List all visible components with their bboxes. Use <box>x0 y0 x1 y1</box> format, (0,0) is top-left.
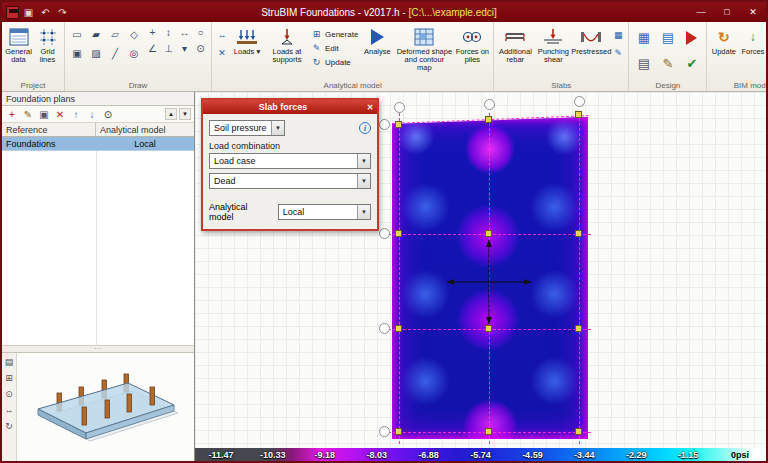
snap-options-icon[interactable]: ▾ <box>177 41 192 56</box>
app-icon[interactable] <box>6 6 19 19</box>
loads-at-supports-button[interactable]: Loads at supports <box>265 25 309 64</box>
design-check-icon[interactable]: ✔ <box>680 51 703 76</box>
red-play-icon <box>686 31 697 45</box>
copy-plan-icon[interactable]: ▣ <box>37 107 51 121</box>
chevron-down-icon[interactable]: ▼ <box>357 174 370 188</box>
delete-icon[interactable]: ✕ <box>215 46 229 60</box>
draw-polygon-icon[interactable]: ◇ <box>125 25 143 43</box>
search-icon[interactable]: ⊙ <box>101 107 115 121</box>
dialog-title: Slab forces <box>203 102 363 112</box>
redo-icon[interactable]: ↷ <box>55 5 70 20</box>
design-views-icon[interactable]: ▦ <box>632 25 655 50</box>
additional-rebar-button[interactable]: Additional rebar <box>497 25 533 64</box>
snap-reference-icon[interactable]: ⊙ <box>193 41 208 56</box>
row-model-value: Local <box>96 137 194 150</box>
design-report-icon[interactable]: ▤ <box>632 51 655 76</box>
pan-icon[interactable]: ↔ <box>3 404 15 416</box>
sort-desc-icon[interactable]: ▼ <box>179 108 191 120</box>
rotate-icon[interactable]: ↻ <box>3 420 15 432</box>
snap-angle-icon[interactable]: ∠ <box>145 41 160 56</box>
save-icon[interactable]: ▣ <box>21 5 36 20</box>
print-icon[interactable]: ▤ <box>3 356 15 368</box>
grid-lines-icon <box>38 26 58 48</box>
pile-marker[interactable] <box>395 121 402 128</box>
preview-3d[interactable]: ▤ ⊞ ⊙ ↔ ↻ <box>2 353 194 461</box>
load-case-select[interactable]: Dead ▼ <box>209 173 371 189</box>
loads-button[interactable]: Loads ▾ <box>231 25 263 56</box>
additional-rebar-label: Additional rebar <box>497 48 533 64</box>
draw-hatch-icon[interactable]: ▨ <box>87 44 105 62</box>
delete-plan-icon[interactable]: ✕ <box>53 107 67 121</box>
snap-perpendicular-icon[interactable]: ⊥ <box>161 41 176 56</box>
analytical-model-select[interactable]: Local ▼ <box>278 204 371 220</box>
bim-update-button[interactable]: ↻ Update <box>710 25 737 56</box>
combination-type-select[interactable]: Load case ▼ <box>209 153 371 169</box>
column-header-reference[interactable]: Reference <box>2 123 96 136</box>
analyse-button[interactable]: Analyse <box>360 25 394 56</box>
update-button[interactable]: ↻Update <box>311 56 358 68</box>
generate-button[interactable]: ⊞Generate <box>311 28 358 40</box>
zoom-extents-icon[interactable]: ⊞ <box>3 372 15 384</box>
table-row[interactable]: Foundations Local <box>2 137 194 151</box>
punching-shear-icon <box>542 26 564 48</box>
punching-shear-button[interactable]: Punching shear <box>535 25 571 64</box>
bim-forces-button[interactable]: ↓ Forces <box>739 25 766 56</box>
sort-asc-icon[interactable]: ▲ <box>165 108 177 120</box>
prestressed-button[interactable]: Prestressed <box>573 25 609 56</box>
design-calculate-icon[interactable] <box>680 25 703 50</box>
snap-horizontal-icon[interactable]: ↔ <box>177 25 192 40</box>
ribbon-group-analytical: ↔ ✕ Loads ▾ Loads at supports ⊞Gener <box>212 22 494 91</box>
draw-beam-icon[interactable]: ▭ <box>68 25 86 43</box>
chevron-down-icon[interactable]: ▼ <box>357 154 370 168</box>
panel-splitter[interactable]: ··· <box>2 345 194 353</box>
pile-marker[interactable] <box>575 428 582 435</box>
plans-table-body[interactable] <box>2 151 194 345</box>
draw-slab-icon[interactable]: ▱ <box>106 25 124 43</box>
dialog-title-bar[interactable]: Slab forces ✕ <box>203 100 377 114</box>
measure-icon[interactable]: ↔ <box>215 28 229 42</box>
edit-button[interactable]: ✎Edit <box>311 42 358 54</box>
pile-marker[interactable] <box>485 116 492 123</box>
draw-circle-icon[interactable]: ◎ <box>125 44 143 62</box>
move-up-icon[interactable]: ↑ <box>69 107 83 121</box>
pile-marker[interactable] <box>395 230 402 237</box>
pile-marker[interactable] <box>575 325 582 332</box>
general-data-button[interactable]: General data <box>5 25 32 64</box>
draw-opening-icon[interactable]: ▣ <box>68 44 86 62</box>
deformed-shape-button[interactable]: Deformed shape and contour map <box>396 25 452 72</box>
grid-line-vertical <box>579 113 580 444</box>
grid-lines-button[interactable]: Grid lines <box>34 25 61 64</box>
info-icon[interactable]: i <box>359 122 371 134</box>
design-edit-icon[interactable]: ✎ <box>656 51 679 76</box>
zoom-icon[interactable]: ⊙ <box>3 388 15 400</box>
column-header-analytical-model[interactable]: Analytical model <box>96 123 194 136</box>
grid-lines-label: Grid lines <box>34 48 61 64</box>
snap-add-icon[interactable]: + <box>145 25 160 40</box>
snap-center-icon[interactable]: ○ <box>193 25 208 40</box>
slab-edit-icon[interactable]: ✎ <box>611 46 625 60</box>
edit-plan-icon[interactable]: ✎ <box>21 107 35 121</box>
draw-beam-filled-icon[interactable]: ▰ <box>87 25 105 43</box>
close-button[interactable]: ✕ <box>740 2 766 22</box>
pile-marker[interactable] <box>575 111 582 118</box>
design-tables-icon[interactable]: ▤ <box>656 25 679 50</box>
move-down-icon[interactable]: ↓ <box>85 107 99 121</box>
snap-vertical-icon[interactable]: ↕ <box>161 25 176 40</box>
chevron-down-icon[interactable]: ▼ <box>357 205 370 219</box>
pile-marker[interactable] <box>395 325 402 332</box>
add-plan-icon[interactable]: + <box>5 107 19 121</box>
pile-marker[interactable] <box>395 428 402 435</box>
slab-views-icon[interactable]: ▦ <box>611 28 625 42</box>
dialog-close-icon[interactable]: ✕ <box>363 101 377 113</box>
drawing-canvas[interactable]: Slab forces ✕ Soil pressure ▼ i Load com… <box>195 92 766 461</box>
pile-marker[interactable] <box>485 428 492 435</box>
deformed-shape-label: Deformed shape and contour map <box>396 48 452 72</box>
chevron-down-icon[interactable]: ▼ <box>271 121 284 135</box>
forces-on-piles-button[interactable]: Forces on piles <box>454 25 490 64</box>
undo-icon[interactable]: ↶ <box>38 5 53 20</box>
minimize-button[interactable]: — <box>688 2 714 22</box>
pile-marker[interactable] <box>575 230 582 237</box>
maximize-button[interactable]: □ <box>714 2 740 22</box>
result-type-select[interactable]: Soil pressure ▼ <box>209 120 285 136</box>
draw-line-icon[interactable]: ╱ <box>106 44 124 62</box>
